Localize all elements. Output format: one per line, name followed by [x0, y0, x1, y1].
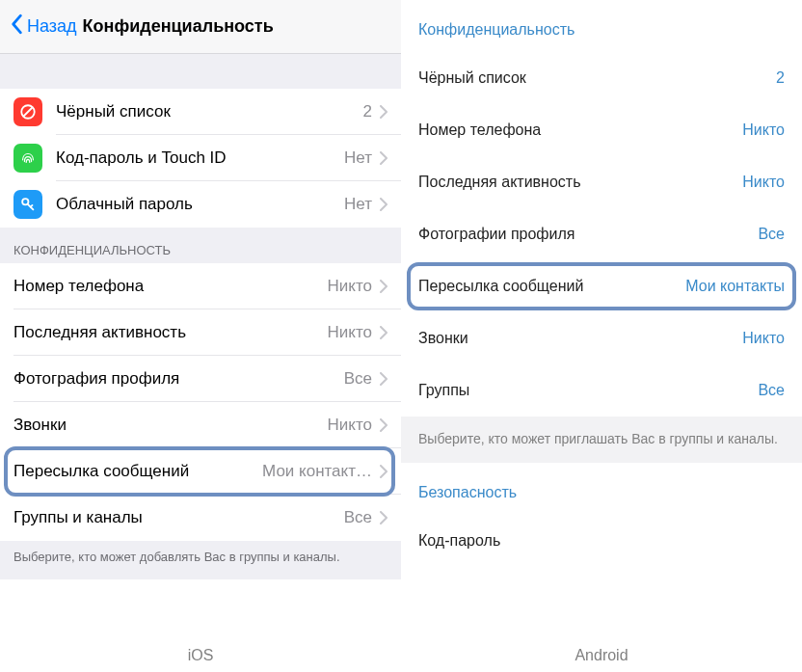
- svg-line-4: [31, 205, 33, 207]
- svg-line-1: [24, 108, 33, 117]
- key-icon: [13, 190, 42, 219]
- row-cloud-password[interactable]: Облачный пароль Нет: [0, 181, 401, 228]
- row-last-seen[interactable]: Последняя активность Никто: [401, 156, 802, 208]
- chevron-left-icon: [10, 13, 27, 40]
- row-value: Нет: [344, 148, 372, 168]
- row-label: Звонки: [13, 416, 328, 435]
- ios-panel: Назад Конфиденциальность Чёрный список 2…: [0, 0, 401, 672]
- row-phone-number[interactable]: Номер телефона Никто: [0, 263, 401, 309]
- chevron-right-icon: [380, 465, 388, 478]
- row-label: Звонки: [418, 330, 468, 347]
- row-value: Никто: [742, 330, 785, 347]
- row-phone-number[interactable]: Номер телефона Никто: [401, 104, 802, 156]
- row-label: Чёрный список: [56, 102, 363, 121]
- ios-group-security: Чёрный список 2 Код-пароль и Touch ID Не…: [0, 89, 401, 228]
- row-label: Группы: [418, 382, 469, 399]
- platform-label-android: Android: [401, 637, 802, 672]
- android-panel: Конфиденциальность Чёрный список 2 Номер…: [401, 0, 802, 672]
- row-label: Номер телефона: [418, 121, 541, 139]
- row-value: Никто: [328, 323, 372, 342]
- row-profile-photo[interactable]: Фотография профиля Все: [0, 356, 401, 402]
- row-label: Фотографии профиля: [418, 226, 575, 243]
- chevron-right-icon: [380, 280, 388, 293]
- row-value: Все: [344, 508, 372, 527]
- chevron-right-icon: [380, 326, 388, 339]
- chevron-right-icon: [380, 198, 388, 211]
- row-value: Никто: [742, 174, 785, 191]
- row-value: Мои контакт…: [262, 462, 372, 481]
- row-last-seen[interactable]: Последняя активность Никто: [0, 309, 401, 356]
- row-value: Все: [758, 226, 785, 243]
- page-title: Конфиденциальность: [83, 16, 274, 37]
- row-value: Мои контакты: [685, 278, 785, 295]
- ios-header: Назад Конфиденциальность: [0, 0, 401, 54]
- row-groups[interactable]: Группы Все: [401, 364, 802, 417]
- chevron-right-icon: [380, 151, 388, 165]
- section-footer: Выберите, кто может добавлять Вас в груп…: [0, 541, 401, 579]
- chevron-right-icon: [380, 418, 388, 432]
- spacer: [0, 54, 401, 89]
- row-passcode-touchid[interactable]: Код-пароль и Touch ID Нет: [0, 135, 401, 181]
- row-forwarded-messages[interactable]: Пересылка сообщений Мои контакты: [401, 260, 802, 312]
- row-passcode[interactable]: Код-пароль: [401, 515, 802, 567]
- row-label: Облачный пароль: [56, 195, 344, 214]
- back-label: Назад: [27, 16, 77, 37]
- row-blocklist[interactable]: Чёрный список 2: [0, 89, 401, 135]
- row-forwarded-messages[interactable]: Пересылка сообщений Мои контакт…: [0, 448, 401, 495]
- row-label: Последняя активность: [418, 174, 580, 191]
- row-value: 2: [363, 102, 372, 121]
- ios-group-privacy: Номер телефона Никто Последняя активност…: [0, 263, 401, 541]
- row-blocklist[interactable]: Чёрный список 2: [401, 52, 802, 104]
- back-button[interactable]: Назад: [10, 13, 77, 40]
- row-value: Никто: [742, 121, 785, 139]
- row-label: Код-пароль и Touch ID: [56, 148, 344, 168]
- row-value: Никто: [328, 416, 372, 435]
- row-groups-channels[interactable]: Группы и каналы Все: [0, 495, 401, 541]
- row-value: 2: [776, 69, 785, 87]
- chevron-right-icon: [380, 105, 388, 119]
- row-value: Никто: [328, 277, 372, 296]
- row-label: Номер телефона: [13, 277, 328, 296]
- row-value: Нет: [344, 195, 372, 214]
- section-header-security: Безопасность: [401, 463, 802, 515]
- row-label: Фотография профиля: [13, 369, 344, 389]
- row-value: Все: [758, 382, 785, 399]
- section-header-privacy: Конфиденциальность: [401, 0, 802, 52]
- row-profile-photos[interactable]: Фотографии профиля Все: [401, 208, 802, 260]
- row-label: Последняя активность: [13, 323, 328, 342]
- section-header-privacy: КОНФИДЕНЦИАЛЬНОСТЬ: [0, 228, 401, 263]
- row-label: Пересылка сообщений: [418, 278, 583, 295]
- fingerprint-icon: [13, 144, 42, 173]
- platform-label-ios: iOS: [0, 637, 401, 672]
- row-label: Чёрный список: [418, 69, 526, 87]
- chevron-right-icon: [380, 511, 388, 524]
- chevron-right-icon: [380, 372, 388, 386]
- row-label: Группы и каналы: [13, 508, 344, 527]
- block-icon: [13, 97, 42, 126]
- row-label: Код-пароль: [418, 532, 500, 550]
- row-calls[interactable]: Звонки Никто: [401, 312, 802, 364]
- section-footer: Выберите, кто может приглашать Вас в гру…: [401, 417, 802, 463]
- row-label: Пересылка сообщений: [13, 462, 262, 481]
- row-value: Все: [344, 369, 372, 389]
- row-calls[interactable]: Звонки Никто: [0, 402, 401, 448]
